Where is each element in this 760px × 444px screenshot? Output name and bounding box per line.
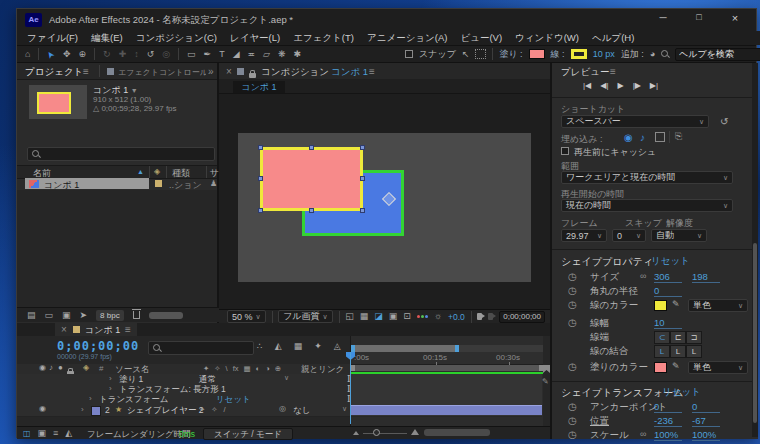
stroke-color-swatch[interactable] — [654, 300, 667, 311]
comp-thumbnail[interactable] — [29, 85, 87, 119]
audio-column-icon[interactable]: ♪ — [49, 364, 53, 372]
join-miter-button[interactable]: L — [654, 345, 670, 358]
scale-x-value[interactable]: 100% — [654, 429, 682, 441]
timeline-zoom-slider-track[interactable] — [363, 433, 407, 434]
frame-blend-icon[interactable]: ▦ — [244, 364, 251, 373]
hand-tool-icon[interactable]: ✥ — [63, 50, 71, 59]
panel-title[interactable]: コンポジション — [261, 66, 329, 79]
exposure-icon[interactable]: ☼ — [434, 312, 442, 321]
stroke-color-swatch[interactable] — [571, 49, 587, 59]
draft-3d-icon[interactable]: ◭ — [275, 342, 282, 351]
panel-menu-icon[interactable]: ≡ — [369, 66, 375, 77]
help-search-input[interactable] — [675, 48, 760, 61]
shape-properties-reset[interactable]: リセット — [651, 255, 690, 268]
selection-handle[interactable] — [360, 208, 365, 213]
range-select[interactable]: ワークエリアと現在の時間∨ — [561, 171, 733, 184]
menu-window[interactable]: ウィンドウ(W) — [515, 32, 579, 45]
trash-icon[interactable] — [133, 311, 140, 319]
expand-layers-button[interactable]: ◫ — [23, 429, 31, 438]
exposure-value[interactable]: +0.0 — [448, 312, 465, 322]
quality-switch[interactable]: ✦ — [199, 405, 205, 414]
stamp-tool-icon[interactable]: ≖ — [248, 50, 256, 59]
stopwatch-icon[interactable]: ◷ — [568, 361, 577, 372]
layer-duration-bar[interactable] — [350, 405, 542, 415]
selection-handle[interactable] — [258, 208, 263, 213]
eyedropper-icon[interactable]: ✎ — [672, 362, 680, 371]
sort-asc-icon[interactable]: ▲ — [137, 168, 144, 175]
layer-row-track[interactable] — [350, 404, 542, 417]
play-from-select[interactable]: 現在の時間∨ — [561, 199, 733, 212]
zoom-tool-icon[interactable]: ⊕ — [79, 50, 87, 59]
frame-blend-icon[interactable]: ✦ — [314, 342, 322, 351]
quality-icon[interactable]: ✦ — [203, 364, 209, 373]
scrollbar-track[interactable] — [752, 63, 758, 437]
project-search-input[interactable] — [27, 147, 215, 161]
region-of-interest-icon[interactable]: ▣ — [389, 312, 398, 321]
selection-handle[interactable] — [309, 145, 314, 150]
next-frame-button[interactable]: |▶ — [633, 81, 641, 90]
hide-shy-icon[interactable]: ▦ — [294, 342, 303, 351]
stopwatch-icon[interactable]: ◷ — [568, 271, 577, 282]
cache-before-playback-checkbox[interactable] — [561, 147, 569, 155]
include-audio-icon[interactable]: ♪ — [640, 132, 645, 143]
label-column-icon[interactable]: ◈ — [154, 167, 160, 176]
show-snapshot-icon[interactable] — [488, 313, 493, 320]
close-button[interactable]: × — [719, 12, 751, 24]
transfer-controls-button[interactable]: ≡ — [53, 429, 58, 438]
video-column-icon[interactable]: ◉ — [39, 364, 46, 372]
pan-camera-tool-icon[interactable]: ✚ — [119, 50, 127, 59]
snap-checkbox[interactable] — [405, 50, 413, 58]
proxy-icon[interactable]: ➤ — [80, 311, 88, 320]
time-ruler[interactable]: :00s 00:15s 00:30s — [351, 352, 543, 365]
threed-icon[interactable]: ⊕ — [275, 364, 281, 373]
layer-label-swatch[interactable] — [91, 406, 101, 416]
expander-icon[interactable]: › — [81, 405, 84, 414]
shy-icon[interactable]: ✧ — [214, 364, 220, 373]
fill-color-swatch[interactable] — [529, 49, 545, 59]
puppet-pin-tool-icon[interactable]: ✱ — [294, 50, 302, 59]
reset-shortcut-icon[interactable]: ↺ — [720, 117, 728, 127]
position-x-value[interactable]: -236 — [654, 415, 682, 427]
skip-select[interactable]: 0∨ — [612, 229, 646, 242]
magnification-select[interactable]: 50 %∨ — [227, 310, 266, 323]
selection-handle[interactable] — [360, 145, 365, 150]
dolly-camera-tool-icon[interactable]: ↕ — [134, 50, 139, 59]
home-icon[interactable]: ⌂ — [25, 50, 30, 59]
shy-switch[interactable]: ✧ — [211, 405, 217, 414]
bit-depth-button[interactable]: 8 bpc — [96, 310, 124, 321]
menu-edit[interactable]: 編集(E) — [91, 32, 123, 45]
mask-visibility-icon[interactable] — [475, 49, 486, 59]
include-overlays-icon[interactable] — [655, 132, 665, 142]
index-column-icon[interactable]: # — [99, 364, 103, 373]
radius-value[interactable]: 0 — [654, 285, 682, 297]
solo-column-icon[interactable]: ● — [58, 364, 63, 372]
camera-tool-icon[interactable]: ◎ — [162, 50, 170, 59]
orbit-camera-tool-icon[interactable]: ↻ — [103, 50, 111, 59]
row-label-swatch[interactable] — [155, 180, 162, 187]
rotation-tool-icon[interactable]: ↺ — [147, 50, 155, 59]
layer-visibility-icon[interactable]: ◉ — [39, 405, 46, 413]
comp-marker-button[interactable] — [543, 365, 550, 373]
work-area-bar[interactable] — [351, 365, 543, 371]
position-y-value[interactable]: -67 — [692, 415, 720, 427]
lock-icon[interactable] — [249, 73, 256, 78]
horizontal-scrollbar[interactable] — [149, 312, 183, 319]
resolution-select[interactable]: 自動∨ — [651, 229, 707, 242]
current-timecode[interactable]: 0;00;00;00 — [57, 339, 139, 353]
project-row-comp1[interactable]: コンポ 1 ..ション ♟ — [17, 178, 217, 190]
share-icon[interactable]: ⎘ — [675, 132, 682, 141]
guides-icon[interactable]: ⊡ — [403, 312, 411, 321]
effects-icon[interactable]: fx — [233, 364, 239, 373]
collapse-switch[interactable]: / — [224, 405, 226, 414]
frame-rate-select[interactable]: 29.97∨ — [561, 229, 607, 242]
stroke-width-value[interactable]: 10 px — [593, 49, 615, 59]
cap-projecting-button[interactable]: ⊐ — [686, 331, 702, 344]
align-icon[interactable]: ↖ — [462, 50, 470, 59]
menu-effect[interactable]: エフェクト(T) — [293, 32, 354, 45]
panel-menu-icon[interactable]: ≡ — [610, 66, 616, 77]
stopwatch-icon[interactable]: ◷ — [568, 429, 577, 440]
minimize-button[interactable]: ─ — [647, 12, 679, 23]
new-folder-icon[interactable]: ▭ — [45, 311, 54, 320]
menu-view[interactable]: ビュー(V) — [460, 32, 502, 45]
menu-help[interactable]: ヘルプ(H) — [592, 32, 634, 45]
